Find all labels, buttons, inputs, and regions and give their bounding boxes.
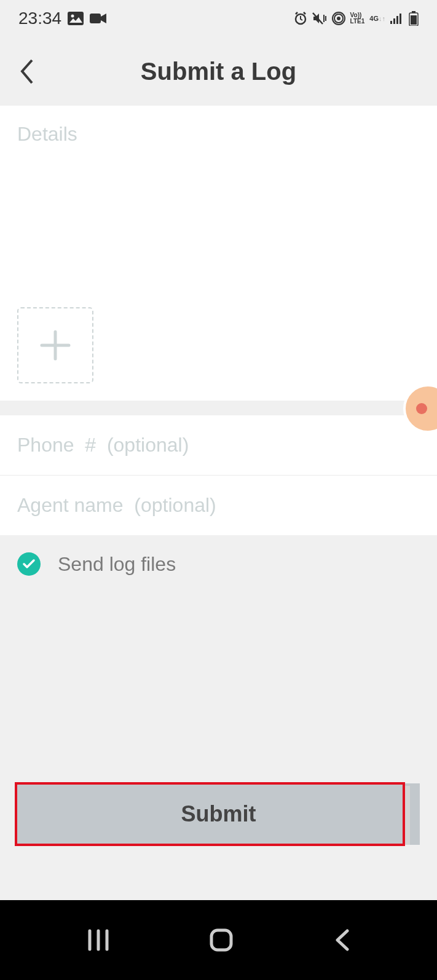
battery-icon [409,11,419,26]
page-title: Submit a Log [18,58,419,85]
svg-rect-10 [400,14,401,24]
svg-rect-8 [393,18,395,24]
nav-back-button[interactable] [333,927,351,953]
status-bar: 23:34 Vo))LTE1 4G↓↑ [0,0,437,37]
send-logs-row[interactable]: Send log files [0,535,437,593]
status-right: Vo))LTE1 4G↓↑ [294,11,419,26]
svg-rect-9 [396,16,398,24]
svg-rect-14 [211,930,231,950]
svg-rect-2 [90,14,101,23]
signal-icon [390,13,404,24]
section-divider [0,401,437,415]
agent-name-input[interactable] [17,494,420,517]
svg-point-4 [337,17,341,20]
phone-row [0,415,437,476]
home-button[interactable] [208,927,234,953]
spacer [0,593,437,783]
button-shadow [405,786,410,845]
svg-point-1 [71,15,74,18]
plus-icon [37,327,74,364]
record-dot-icon [416,403,427,414]
volte-icon: Vo))LTE1 [350,12,365,25]
details-section [0,106,437,401]
agent-row [0,476,437,535]
svg-rect-7 [390,21,392,24]
hotspot-icon [332,12,345,25]
submit-container: Submit [0,783,437,900]
svg-rect-0 [68,12,84,25]
send-logs-label: Send log files [58,553,176,576]
submit-button[interactable]: Submit [17,783,420,845]
add-attachment-button[interactable] [17,307,93,383]
details-input[interactable] [17,123,420,307]
image-icon [68,12,84,25]
checkbox-checked-icon [17,552,41,576]
back-button[interactable] [18,58,36,85]
alarm-icon [294,12,307,25]
status-time: 23:34 [18,9,61,28]
status-left: 23:34 [18,9,107,28]
svg-rect-13 [411,15,417,25]
mute-vibrate-icon [312,12,327,25]
app-header: Submit a Log [0,37,437,106]
4g-icon: 4G↓↑ [369,15,385,22]
recents-button[interactable] [86,929,111,951]
phone-input[interactable] [17,434,420,457]
android-nav-bar [0,900,437,980]
video-icon [90,12,107,25]
